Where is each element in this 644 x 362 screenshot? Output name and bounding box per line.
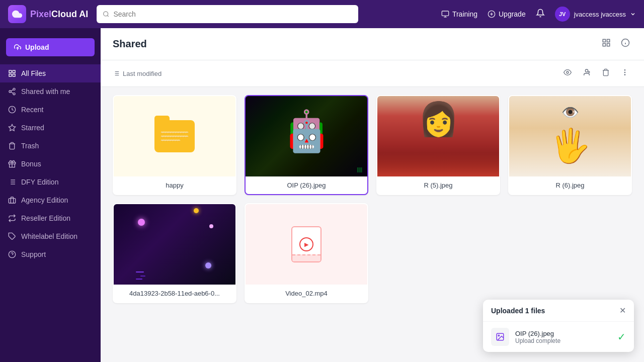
trash-icon xyxy=(8,142,16,150)
notification-item: OIP (26).jpeg Upload complete ✓ xyxy=(483,322,634,352)
file-card-happy[interactable]: happy xyxy=(113,95,236,195)
avatar: JV xyxy=(555,7,570,22)
logo-area: PixelCloud AI xyxy=(8,5,89,23)
upload-icon xyxy=(14,44,21,51)
upgrade-button[interactable]: Upgrade xyxy=(488,10,526,18)
svg-point-14 xyxy=(9,90,11,93)
file-name-r5: R (5).jpeg xyxy=(377,176,499,194)
svg-line-17 xyxy=(11,89,14,91)
svg-rect-28 xyxy=(9,199,15,203)
file-card-r6[interactable]: 👁️ 🖐️ R (6).jpeg xyxy=(508,95,632,195)
bell-button[interactable] xyxy=(536,9,545,20)
chevron-down-icon xyxy=(630,11,636,17)
notification-file-name: OIP (26).jpeg xyxy=(515,330,611,337)
sidebar-item-agency-edition[interactable]: Agency Edition xyxy=(0,191,101,209)
sort-button[interactable]: Last modified xyxy=(113,70,162,77)
user-plus-icon xyxy=(583,68,591,76)
notification-file-info: OIP (26).jpeg Upload complete xyxy=(515,330,611,344)
notification-file-icon xyxy=(491,328,509,346)
notification-close-button[interactable]: ✕ xyxy=(619,306,626,315)
toolbar-right xyxy=(560,66,632,80)
sidebar-item-shared-with-me[interactable]: Shared with me xyxy=(0,82,101,101)
bell-icon xyxy=(536,9,545,18)
notification-title: Uploaded 1 files xyxy=(491,307,545,315)
file-thumb-happy xyxy=(114,96,235,176)
upload-notification: Uploaded 1 files ✕ OIP (26).jpeg Upload … xyxy=(483,300,634,352)
svg-point-51 xyxy=(624,74,625,75)
svg-rect-35 xyxy=(607,44,610,46)
svg-rect-10 xyxy=(13,70,15,73)
whitelabel-icon xyxy=(8,232,16,240)
gift-icon xyxy=(8,160,16,168)
sort-bar: Last modified xyxy=(101,60,644,87)
sidebar-item-bonus[interactable]: Bonus xyxy=(0,155,101,173)
sidebar-item-dfy-edition[interactable]: DFY Edition xyxy=(0,173,101,191)
svg-point-0 xyxy=(104,12,108,16)
upload-button[interactable]: Upload xyxy=(6,38,95,56)
svg-point-15 xyxy=(13,93,15,95)
more-button[interactable] xyxy=(618,66,632,80)
svg-point-49 xyxy=(624,70,625,70)
grid-view-icon xyxy=(602,38,611,47)
svg-rect-9 xyxy=(9,70,12,73)
sort-icon xyxy=(113,70,120,77)
sidebar-item-trash[interactable]: Trash xyxy=(0,137,101,155)
info-icon xyxy=(621,38,630,47)
svg-line-1 xyxy=(107,16,108,17)
svg-rect-2 xyxy=(442,11,448,16)
notification-file-status: Upload complete xyxy=(515,337,611,344)
training-icon xyxy=(441,10,449,18)
delete-button[interactable] xyxy=(599,66,613,80)
search-bar[interactable] xyxy=(97,5,358,23)
grid-view-button[interactable] xyxy=(600,36,613,52)
info-button[interactable] xyxy=(619,36,632,52)
file-card-4da[interactable]: 4da13923-2b58-11ed-aeb6-0... xyxy=(113,203,236,303)
more-vertical-icon xyxy=(621,68,629,76)
file-grid: happy 🤖 |||| OIP (26).jpeg 👩 xyxy=(101,87,644,311)
sidebar-item-recent[interactable]: Recent xyxy=(0,101,101,119)
view-button[interactable] xyxy=(560,66,575,80)
grid-icon xyxy=(8,69,16,77)
svg-rect-34 xyxy=(603,44,605,46)
svg-rect-32 xyxy=(603,39,605,42)
eye-icon xyxy=(564,68,572,76)
svg-rect-11 xyxy=(9,74,12,76)
svg-line-16 xyxy=(11,92,14,94)
share-users-button[interactable] xyxy=(580,66,594,80)
file-thumb-video02: ▶ xyxy=(246,204,367,285)
svg-point-50 xyxy=(624,72,625,72)
sidebar-item-whitelabel-edition[interactable]: Whitelabel Edition xyxy=(0,227,101,245)
file-name-video02: Video_02.mp4 xyxy=(246,285,367,302)
topnav: PixelCloud AI Training Upgrade JV xyxy=(0,0,644,28)
sidebar-item-support[interactable]: Support xyxy=(0,245,101,263)
main-header: Shared xyxy=(101,28,644,60)
file-thumb-r5: 👩 xyxy=(377,96,499,176)
search-input[interactable] xyxy=(113,10,352,18)
file-card-r5[interactable]: 👩 R (5).jpeg xyxy=(376,95,500,195)
file-card-video02[interactable]: ▶ Video_02.mp4 xyxy=(245,203,368,303)
svg-rect-12 xyxy=(13,74,15,76)
svg-point-45 xyxy=(567,71,569,73)
logo-text: PixelCloud AI xyxy=(30,9,88,20)
sidebar-item-reseller-edition[interactable]: Reseller Edition xyxy=(0,209,101,227)
page-title: Shared xyxy=(113,38,147,50)
agency-icon xyxy=(8,196,16,204)
svg-marker-19 xyxy=(9,124,15,131)
sidebar-item-starred[interactable]: Starred xyxy=(0,119,101,137)
file-thumb-oip26: 🤖 |||| xyxy=(246,96,367,176)
logo-icon xyxy=(8,5,26,23)
sidebar: Upload All Files Shared with me Recent xyxy=(0,28,101,362)
svg-rect-33 xyxy=(607,39,610,42)
sidebar-item-all-files[interactable]: All Files xyxy=(0,64,101,82)
file-thumb-r6: 👁️ 🖐️ xyxy=(509,96,631,176)
delete-icon xyxy=(602,68,610,76)
help-icon xyxy=(8,250,16,258)
file-card-oip26[interactable]: 🤖 |||| OIP (26).jpeg xyxy=(245,95,368,195)
svg-point-46 xyxy=(585,69,588,72)
training-button[interactable]: Training xyxy=(441,10,477,18)
image-file-icon xyxy=(496,332,505,341)
header-actions xyxy=(600,36,632,52)
user-menu-button[interactable]: JV jvaccess jvaccess xyxy=(555,7,636,22)
file-thumb-4da xyxy=(114,204,235,285)
file-name-4da: 4da13923-2b58-11ed-aeb6-0... xyxy=(114,285,235,302)
